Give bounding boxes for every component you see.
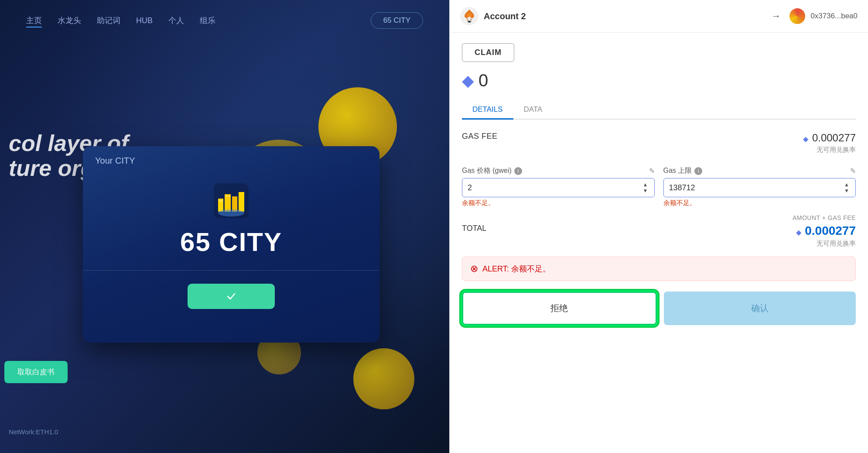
alert-icon: ⊗ [470,263,478,275]
gas-limit-edit-icon[interactable]: ✎ [850,167,856,175]
amount-gas-fee-label: AMOUNT + GAS FEE [462,214,856,221]
gas-limit-info-icon[interactable]: i [694,167,702,175]
gas-price-header: Gas 价格 (gwei) i ✎ [462,166,655,175]
eth-amount-row: ◆ 0 [462,71,856,90]
total-eth-icon: ◆ [796,229,801,236]
network-label: NetWork:ETH1.0 [9,428,58,436]
gas-limit-error: 余额不足。 [663,199,856,207]
gas-fee-value-container: ◆ 0.000277 无可用兑换率 [803,132,856,154]
gas-fee-eth-icon: ◆ [803,135,808,143]
modal-title: Your CITY [83,146,379,166]
gas-price-down-button[interactable]: ▼ [642,188,649,193]
eth-diamond-icon: ◆ [462,72,474,90]
modal-confirm-button[interactable] [188,284,275,309]
account-address: 0x3736...bea0 [810,12,858,21]
total-eth-row: ◆ 0.000277 [796,224,856,238]
nav-item-home[interactable]: 主页 [26,15,42,26]
gas-price-up-button[interactable]: ▲ [642,182,649,187]
mm-header: Account 2 → 0x3736...bea0 [450,0,868,33]
gas-price-label: Gas 价格 (gwei) [462,166,512,175]
gas-price-edit-icon[interactable]: ✎ [649,167,655,175]
gas-limit-spinners: ▲ ▼ [843,182,850,193]
alert-box: ⊗ ALERT: 余额不足。 [462,257,856,281]
gas-inputs-row: Gas 价格 (gwei) i ✎ ▲ ▼ 余额不足。 Gas 上限 i [462,166,856,207]
svg-rect-4 [239,192,244,212]
total-section: AMOUNT + GAS FEE TOTAL ◆ 0.000277 无可用兑换率 [462,214,856,248]
alert-text: ALERT: 余额不足。 [482,264,550,274]
total-value-container: ◆ 0.000277 无可用兑换率 [796,224,856,248]
gas-fee-value: ◆ 0.000277 [803,132,856,144]
nav-item-faucet[interactable]: 水龙头 [58,15,81,26]
account-switch-button[interactable]: → [768,9,784,24]
gas-limit-field: Gas 上限 i ✎ ▲ ▼ 余额不足。 [663,166,856,207]
gas-price-error: 余额不足。 [462,199,655,207]
bottom-left-area: 取取白皮书 [4,361,68,383]
gas-limit-label: Gas 上限 [663,166,692,175]
metamask-logo [460,7,478,25]
tab-details[interactable]: DETAILS [462,101,513,120]
action-buttons: 拒绝 确认 [462,292,856,325]
total-eth-amount: 0.000277 [805,224,856,237]
svg-point-9 [218,209,244,216]
nav-claim-button[interactable]: 65 CITY [371,12,423,29]
account-avatar [789,8,805,24]
gas-price-input[interactable] [468,183,642,192]
city-modal: Your CITY 65 CITY [83,146,379,343]
svg-rect-3 [232,196,237,212]
gas-limit-down-button[interactable]: ▼ [843,188,850,193]
svg-rect-8 [229,196,230,197]
svg-rect-2 [225,194,231,212]
arrow-right-icon: → [771,10,781,21]
svg-rect-6 [222,200,223,202]
gas-price-spinners: ▲ ▼ [642,182,649,193]
nav-bar: 主页 水龙头 助记词 HUB 个人 组乐 65 CITY [0,0,449,41]
eth-value: 0 [478,71,488,90]
tab-data[interactable]: DATA [513,101,553,120]
mm-tabs: DETAILS DATA [462,101,856,120]
total-sub-text: 无可用兑换率 [796,240,856,248]
gas-price-field: Gas 价格 (gwei) i ✎ ▲ ▼ 余额不足。 [462,166,655,207]
account-name: Account 2 [484,11,762,21]
city-amount: 65 CITY [180,227,282,257]
gas-fee-amount: 0.000277 [812,132,856,144]
nav-item-personal[interactable]: 个人 [168,15,184,26]
total-row: TOTAL ◆ 0.000277 无可用兑换率 [462,224,856,248]
gas-price-input-wrapper: ▲ ▼ [462,178,655,197]
claim-button[interactable]: CLAIM [462,43,514,62]
total-label: TOTAL [462,224,486,233]
modal-divider [83,270,379,271]
left-panel: 主页 水龙头 助记词 HUB 个人 组乐 65 CITY col layer o… [0,0,449,453]
nav-item-mnemonic[interactable]: 助记词 [97,15,120,26]
metamask-panel: Account 2 → 0x3736...bea0 CLAIM ◆ 0 DETA… [449,0,868,453]
gas-limit-up-button[interactable]: ▲ [843,182,850,187]
gas-fee-sub: 无可用兑换率 [803,146,856,154]
nav-item-community[interactable]: 组乐 [200,15,215,26]
confirm-button[interactable]: 确认 [664,292,856,325]
gas-price-info-icon[interactable]: i [514,167,522,175]
gas-limit-input[interactable] [669,183,844,192]
gas-limit-header: Gas 上限 i ✎ [663,166,856,175]
svg-rect-7 [226,196,227,197]
gas-fee-row: GAS FEE ◆ 0.000277 无可用兑换率 [462,132,856,154]
nav-item-hub[interactable]: HUB [136,16,153,25]
gas-limit-input-wrapper: ▲ ▼ [663,178,856,197]
reject-button[interactable]: 拒绝 [462,292,657,325]
whitepaper-button[interactable]: 取取白皮书 [4,361,68,383]
gas-fee-label: GAS FEE [462,132,498,141]
mm-main-content: CLAIM ◆ 0 DETAILS DATA GAS FEE ◆ 0.00027… [450,33,868,453]
svg-rect-5 [219,200,221,202]
city-icon [214,183,249,218]
checkmark-icon [225,290,237,302]
modal-body: 65 CITY [83,166,379,309]
coin-decoration-3 [353,348,414,409]
